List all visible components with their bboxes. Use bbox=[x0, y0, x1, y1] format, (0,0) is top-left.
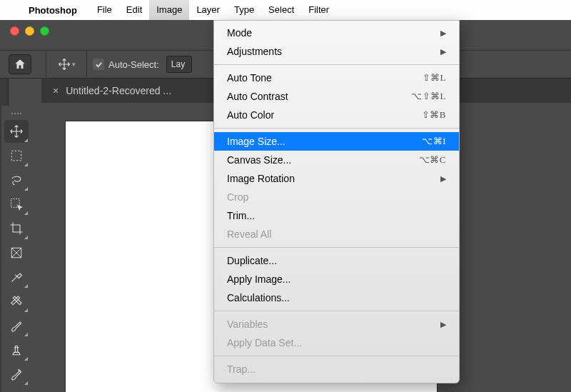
mac-menubar: Photoshop File Edit Image Layer Type Sel… bbox=[0, 0, 571, 20]
menu-item-shortcut: ⌥⇧⌘L bbox=[411, 91, 446, 102]
menu-item-trim[interactable]: Trim... bbox=[214, 206, 459, 225]
marquee-tool[interactable] bbox=[4, 144, 29, 167]
menu-item-trap: Trap... bbox=[214, 360, 459, 378]
divider bbox=[86, 51, 87, 77]
menu-item-auto-color[interactable]: Auto Color⇧⌘B bbox=[214, 106, 459, 124]
close-tab-icon[interactable]: × bbox=[53, 85, 59, 96]
menu-item-crop: Crop bbox=[214, 188, 459, 206]
menu-item-reveal-all: Reveal All bbox=[214, 225, 459, 243]
menu-item-label: Reveal All bbox=[227, 228, 446, 240]
menu-edit[interactable]: Edit bbox=[119, 0, 149, 20]
menu-item-label: Apply Image... bbox=[227, 273, 446, 285]
menu-image[interactable]: Image bbox=[149, 0, 189, 20]
tools-panel bbox=[1, 106, 31, 392]
lasso-tool[interactable] bbox=[4, 169, 29, 191]
menu-select[interactable]: Select bbox=[261, 0, 301, 20]
menu-item-duplicate[interactable]: Duplicate... bbox=[214, 251, 459, 270]
menu-item-shortcut: ⌥⌘C bbox=[419, 154, 446, 166]
menu-item-shortcut: ⇧⌘B bbox=[422, 109, 446, 121]
close-window-button[interactable] bbox=[10, 26, 19, 36]
menu-item-label: Crop bbox=[227, 191, 446, 203]
divider bbox=[46, 51, 46, 77]
tool-preset-picker[interactable]: ▾ bbox=[52, 54, 81, 75]
menu-item-image-rotation[interactable]: Image Rotation▶ bbox=[214, 169, 459, 188]
zoom-window-button[interactable] bbox=[40, 26, 49, 36]
document-title: Untitled-2-Recovered ... bbox=[66, 85, 171, 96]
menu-item-label: Calculations... bbox=[227, 292, 446, 303]
menu-item-label: Image Size... bbox=[227, 136, 422, 147]
healing-brush-tool[interactable] bbox=[4, 290, 29, 313]
move-icon bbox=[58, 58, 71, 71]
menu-item-apply-data-set: Apply Data Set... bbox=[214, 333, 459, 352]
crop-tool[interactable] bbox=[4, 217, 29, 240]
menu-separator bbox=[214, 247, 459, 248]
menu-item-mode[interactable]: Mode▶ bbox=[214, 24, 459, 42]
menu-item-label: Duplicate... bbox=[227, 255, 446, 266]
document-tab[interactable]: × Untitled-2-Recovered ... bbox=[53, 85, 171, 96]
menu-item-label: Trim... bbox=[227, 210, 446, 221]
menu-separator bbox=[214, 128, 459, 129]
menu-separator bbox=[214, 311, 459, 311]
chevron-right-icon: ▶ bbox=[440, 320, 446, 329]
home-button[interactable] bbox=[9, 54, 31, 74]
menu-item-calculations[interactable]: Calculations... bbox=[214, 288, 459, 307]
brush-tool[interactable] bbox=[4, 314, 29, 337]
home-icon bbox=[14, 58, 26, 71]
menu-item-label: Image Rotation bbox=[227, 173, 440, 184]
menu-file[interactable]: File bbox=[90, 0, 119, 20]
menu-layer[interactable]: Layer bbox=[189, 0, 227, 20]
window-controls bbox=[10, 26, 49, 36]
panel-grip-icon[interactable] bbox=[11, 113, 21, 114]
menu-item-shortcut: ⌥⌘I bbox=[422, 136, 446, 147]
minimize-window-button[interactable] bbox=[25, 26, 34, 36]
checkbox-checked-icon bbox=[93, 59, 104, 70]
menu-item-apply-image[interactable]: Apply Image... bbox=[214, 270, 459, 288]
dropdown-value: Lay bbox=[171, 59, 185, 69]
image-menu-dropdown: Mode▶Adjustments▶Auto Tone⇧⌘LAuto Contra… bbox=[213, 20, 460, 383]
auto-select-label: Auto-Select: bbox=[108, 59, 159, 70]
svg-rect-0 bbox=[11, 151, 21, 161]
frame-tool[interactable] bbox=[4, 241, 29, 264]
eyedropper-tool[interactable] bbox=[4, 266, 29, 288]
menu-item-adjustments[interactable]: Adjustments▶ bbox=[214, 42, 459, 61]
menu-item-auto-contrast[interactable]: Auto Contrast⌥⇧⌘L bbox=[214, 87, 459, 106]
chevron-right-icon: ▶ bbox=[440, 29, 446, 38]
menu-type[interactable]: Type bbox=[227, 0, 261, 20]
chevron-right-icon: ▶ bbox=[440, 174, 446, 184]
menu-item-label: Variables bbox=[227, 318, 440, 330]
menu-item-label: Trap... bbox=[227, 363, 446, 375]
menu-item-label: Adjustments bbox=[227, 46, 440, 57]
menu-item-label: Mode bbox=[227, 27, 440, 39]
menu-item-label: Auto Tone bbox=[227, 72, 423, 84]
menu-separator bbox=[214, 64, 459, 65]
menu-item-shortcut: ⇧⌘L bbox=[423, 72, 446, 84]
menu-item-auto-tone[interactable]: Auto Tone⇧⌘L bbox=[214, 69, 459, 87]
history-brush-tool[interactable] bbox=[4, 363, 29, 386]
menu-item-label: Canvas Size... bbox=[227, 154, 419, 166]
move-tool[interactable] bbox=[4, 120, 29, 143]
chevron-right-icon: ▶ bbox=[440, 47, 446, 56]
clone-stamp-tool[interactable] bbox=[4, 338, 29, 361]
auto-select-checkbox[interactable]: Auto-Select: bbox=[93, 59, 159, 70]
menu-item-image-size[interactable]: Image Size...⌥⌘I bbox=[214, 132, 459, 151]
menu-item-canvas-size[interactable]: Canvas Size...⌥⌘C bbox=[214, 151, 459, 169]
menu-filter[interactable]: Filter bbox=[301, 0, 336, 20]
app-name[interactable]: Photoshop bbox=[29, 5, 77, 16]
quick-select-tool[interactable] bbox=[4, 193, 29, 216]
chevron-down-icon: ▾ bbox=[72, 61, 76, 68]
menu-item-variables: Variables▶ bbox=[214, 315, 459, 333]
auto-select-target-dropdown[interactable]: Lay bbox=[166, 56, 192, 73]
menu-item-label: Auto Color bbox=[227, 109, 422, 121]
menu-item-label: Apply Data Set... bbox=[227, 337, 446, 348]
menu-separator bbox=[214, 356, 459, 356]
menu-item-label: Auto Contrast bbox=[227, 91, 411, 102]
